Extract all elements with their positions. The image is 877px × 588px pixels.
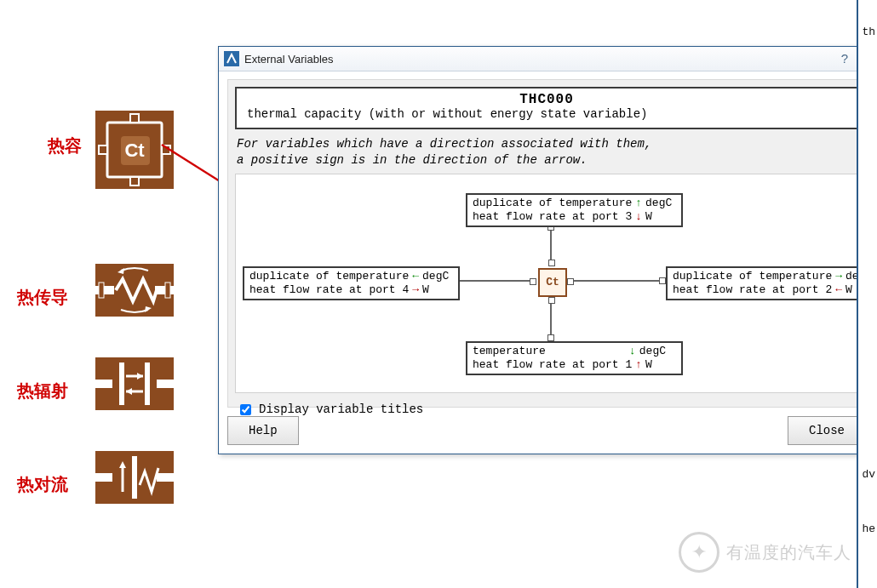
radiation-icon[interactable] — [95, 357, 174, 410]
label-convection: 热对流 — [17, 473, 68, 496]
model-name: THC000 — [247, 92, 846, 107]
app-icon — [224, 51, 239, 66]
svg-text:Ct: Ct — [124, 140, 145, 161]
svg-rect-16 — [145, 363, 150, 405]
port-tick-left — [530, 278, 536, 285]
dialog-button-bar: Help Close — [227, 416, 866, 445]
watermark-icon: ✦ — [679, 532, 719, 573]
watermark-text: 有温度的汽车人 — [726, 541, 851, 564]
model-description: thermal capacity (with or without energy… — [247, 107, 846, 121]
dialog-title: External Variables — [244, 53, 334, 66]
conn-bottom — [547, 334, 554, 341]
help-button[interactable]: Help — [227, 416, 299, 445]
svg-rect-13 — [95, 380, 112, 388]
conduction-icon[interactable] — [95, 264, 174, 317]
svg-rect-3 — [99, 146, 107, 154]
right-cropped-panel — [857, 0, 877, 588]
svg-rect-8 — [155, 286, 174, 294]
svg-rect-1 — [130, 114, 139, 123]
help-button-icon[interactable]: ? — [841, 51, 848, 66]
svg-rect-21 — [95, 473, 112, 482]
svg-rect-2 — [130, 177, 139, 186]
external-variables-dialog: External Variables ? ✕ THC000 thermal ca… — [218, 46, 875, 454]
svg-marker-12 — [145, 306, 152, 312]
model-header-box: THC000 thermal capacity (with or without… — [235, 87, 858, 129]
wire-bottom — [550, 304, 552, 334]
right-frag-he: he — [862, 522, 875, 535]
port-1-box: temperature↓degC heat flow rate at port … — [466, 341, 683, 376]
port-tick-top — [548, 260, 555, 266]
svg-marker-25 — [119, 461, 126, 468]
svg-rect-22 — [157, 473, 174, 482]
convection-icon[interactable] — [95, 451, 174, 504]
watermark: ✦ 有温度的汽车人 — [679, 532, 851, 573]
svg-rect-14 — [157, 380, 174, 388]
direction-note: For variables which have a direction ass… — [237, 136, 857, 168]
display-titles-input[interactable] — [240, 404, 251, 415]
display-titles-checkbox[interactable]: Display variable titles — [237, 402, 857, 418]
label-radiation: 热辐射 — [17, 380, 68, 402]
svg-marker-11 — [118, 268, 124, 274]
svg-rect-15 — [119, 363, 124, 405]
wire-right — [574, 280, 659, 282]
dialog-body: THC000 thermal capacity (with or without… — [227, 79, 866, 408]
label-thermal-capacity: 热容 — [48, 134, 82, 157]
port-3-box: duplicate of temperature↑degC heat flow … — [466, 193, 683, 228]
right-frag-dv: dv — [862, 468, 875, 481]
wire-top — [550, 229, 552, 260]
conn-right — [659, 277, 666, 284]
right-frag-th: th — [862, 26, 875, 38]
label-conduction: 热传导 — [17, 286, 68, 309]
svg-rect-9 — [99, 283, 104, 298]
port-tick-bottom — [548, 297, 555, 304]
svg-marker-20 — [126, 388, 132, 395]
port-4-box: duplicate of temperature←degC heat flow … — [243, 266, 460, 301]
title-bar[interactable]: External Variables ? ✕ — [219, 47, 874, 71]
variable-diagram: Ct duplicate of temperature↑degC heat fl… — [235, 174, 858, 393]
center-ct-block: Ct — [538, 268, 567, 297]
port-2-box: duplicate of temperature→degC heat flow … — [666, 266, 877, 301]
port-tick-right — [567, 278, 574, 285]
svg-rect-7 — [95, 286, 114, 294]
close-button[interactable]: Close — [788, 416, 866, 445]
svg-rect-10 — [165, 283, 170, 298]
svg-marker-18 — [137, 373, 143, 380]
svg-rect-23 — [132, 456, 137, 499]
